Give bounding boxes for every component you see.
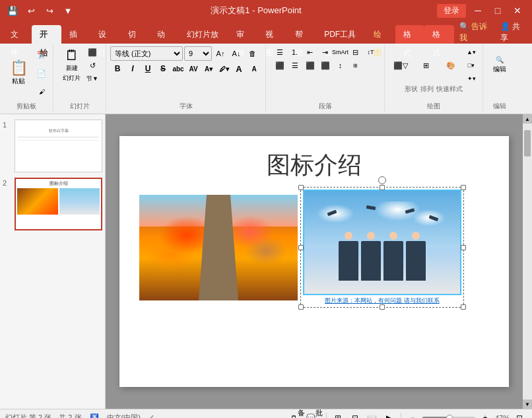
notes-button[interactable]: 🗒 备注: [290, 412, 305, 419]
grad-caption[interactable]: 图片来源：本网站，有何问题 请与我们联系: [303, 296, 461, 305]
font-label: 字体: [180, 100, 193, 111]
bullets-button[interactable]: ☰: [273, 46, 287, 58]
increase-indent-button[interactable]: ⇥: [318, 46, 333, 58]
font-family-select[interactable]: 等线 (正文): [110, 46, 183, 61]
paste-icon: 📋: [10, 61, 28, 75]
strikethrough-button[interactable]: S: [156, 62, 170, 75]
tab-format1[interactable]: 格式: [395, 25, 424, 44]
para-expand-button[interactable]: ⊞: [349, 59, 363, 71]
shape-effects-button[interactable]: ✦▾: [464, 73, 479, 85]
section-button[interactable]: 节▼: [85, 73, 100, 85]
small-a-button[interactable]: A: [247, 62, 261, 75]
handle-tr[interactable]: [461, 185, 466, 190]
para-row2: ⬛ ☰ ⬛ ⬛ ↕ ⊞: [273, 59, 378, 71]
fit-page-button[interactable]: ⊡: [512, 412, 527, 419]
autumn-image-container[interactable]: [139, 195, 298, 300]
handle-mr[interactable]: [461, 245, 466, 250]
zoom-in-button[interactable]: +: [478, 412, 492, 419]
line-spacing-button[interactable]: ↕: [333, 59, 348, 71]
new-slide-button[interactable]: 🗒 新建 幻灯片: [59, 47, 84, 84]
comments-button[interactable]: 💬 批注: [308, 412, 322, 419]
maximize-button[interactable]: □: [488, 3, 507, 18]
scroll-up-button[interactable]: ▲: [523, 114, 532, 123]
scroll-track[interactable]: [523, 123, 532, 400]
zoom-thumb[interactable]: [446, 415, 453, 419]
quick-styles-button[interactable]: 🎨: [439, 53, 463, 77]
share-button[interactable]: 👤 共享: [495, 21, 529, 44]
tell-me-button[interactable]: 🔍 告诉我: [454, 21, 495, 44]
tab-format2[interactable]: 格式: [424, 25, 453, 44]
clear-format-button[interactable]: 🗑: [245, 48, 259, 59]
handle-br[interactable]: [461, 304, 466, 310]
smart-art-button[interactable]: SmArt: [333, 46, 348, 58]
grad-image-container[interactable]: 图片来源：本网站，有何问题 请与我们联系: [303, 190, 461, 305]
slide-title: 图标介绍: [119, 136, 509, 182]
close-button[interactable]: ✕: [508, 3, 527, 18]
cut-button[interactable]: ✂️: [34, 46, 49, 63]
customize-button[interactable]: ▼: [61, 3, 75, 18]
slide-sorter-button[interactable]: ⊟: [348, 412, 362, 419]
slide-thumbnail-2[interactable]: 图标介绍: [15, 178, 102, 230]
zoom-out-button[interactable]: −: [405, 412, 420, 419]
shape-fill-button[interactable]: ▲▾: [464, 46, 479, 58]
shape-outline-button[interactable]: □▾: [464, 59, 479, 71]
thumb1-divider: [18, 137, 99, 137]
scroll-down-button[interactable]: ▼: [523, 400, 532, 409]
tab-transition[interactable]: 切换: [120, 25, 149, 44]
grad-clouds: [304, 201, 460, 242]
tab-home[interactable]: 开始: [32, 25, 61, 44]
save-button[interactable]: 💾: [5, 3, 20, 18]
columns-button[interactable]: ⊟: [349, 46, 363, 58]
slide-thumbnail-1[interactable]: 软件白字幕: [15, 120, 102, 172]
font-color-button[interactable]: A▾: [201, 62, 216, 75]
normal-view-button[interactable]: ⊞: [331, 412, 345, 419]
scroll-thumb[interactable]: [524, 130, 531, 157]
slide-canvas[interactable]: 图标介绍: [119, 136, 509, 387]
tab-view[interactable]: 视图: [257, 25, 286, 44]
handle-bm[interactable]: [380, 304, 385, 310]
tab-review[interactable]: 审阅: [228, 25, 257, 44]
main-area: 1 软件白字幕 2 图标介绍: [0, 114, 532, 409]
decrease-font-button[interactable]: A↓: [229, 48, 244, 59]
tab-help[interactable]: 帮助: [287, 25, 316, 44]
redo-button[interactable]: ↪: [42, 3, 57, 18]
format-painter-button[interactable]: 🖌: [34, 83, 49, 100]
highlight-button[interactable]: 🖊▾: [216, 62, 231, 75]
align-left-button[interactable]: ⬛: [273, 59, 287, 71]
handle-bl[interactable]: [298, 304, 304, 310]
tab-pdf[interactable]: PDF工具集: [316, 25, 366, 44]
increase-font-button[interactable]: A↑: [213, 48, 228, 59]
copy-button[interactable]: 📄: [34, 65, 49, 82]
tab-insert[interactable]: 插入: [61, 25, 90, 44]
undo-button[interactable]: ↩: [24, 3, 38, 18]
underline-button[interactable]: U: [141, 62, 155, 75]
decrease-indent-button[interactable]: ⇤: [303, 46, 317, 58]
slideshow-button[interactable]: ▶: [382, 412, 397, 419]
reset-button[interactable]: ↺: [85, 59, 100, 71]
italic-button[interactable]: I: [125, 62, 140, 75]
numbering-button[interactable]: 1.: [288, 46, 302, 58]
tab-slideshow[interactable]: 幻灯片放映: [179, 25, 228, 44]
rotate-handle[interactable]: [378, 176, 386, 184]
bold-button[interactable]: B: [110, 62, 125, 75]
tab-animation[interactable]: 动画: [149, 25, 178, 44]
justify-button[interactable]: ⬛: [318, 59, 333, 71]
tab-design[interactable]: 设计: [90, 25, 119, 44]
big-A-button[interactable]: A: [232, 62, 246, 75]
shapes-button[interactable]: ⬛▽: [389, 53, 413, 77]
align-center-button[interactable]: ☰: [288, 59, 302, 71]
reading-view-button[interactable]: 📖: [365, 412, 380, 419]
minimize-button[interactable]: ─: [469, 3, 487, 18]
login-button[interactable]: 登录: [437, 4, 466, 18]
search-button[interactable]: 🔍 编辑: [488, 46, 512, 83]
paste-button[interactable]: 📋 粘贴: [4, 55, 33, 92]
align-right-button[interactable]: ⬛: [303, 59, 317, 71]
char-spacing-button[interactable]: AV: [186, 62, 201, 75]
layout-button[interactable]: ⬛: [85, 46, 100, 58]
tab-draw[interactable]: 绘图: [366, 25, 395, 44]
tab-file[interactable]: 文件: [3, 25, 32, 44]
text-direction-button[interactable]: ↕T: [364, 46, 378, 58]
font-size-select[interactable]: 9: [184, 46, 212, 61]
shadow-button[interactable]: abc: [171, 62, 185, 75]
arrange-button[interactable]: ⊞: [414, 53, 438, 77]
